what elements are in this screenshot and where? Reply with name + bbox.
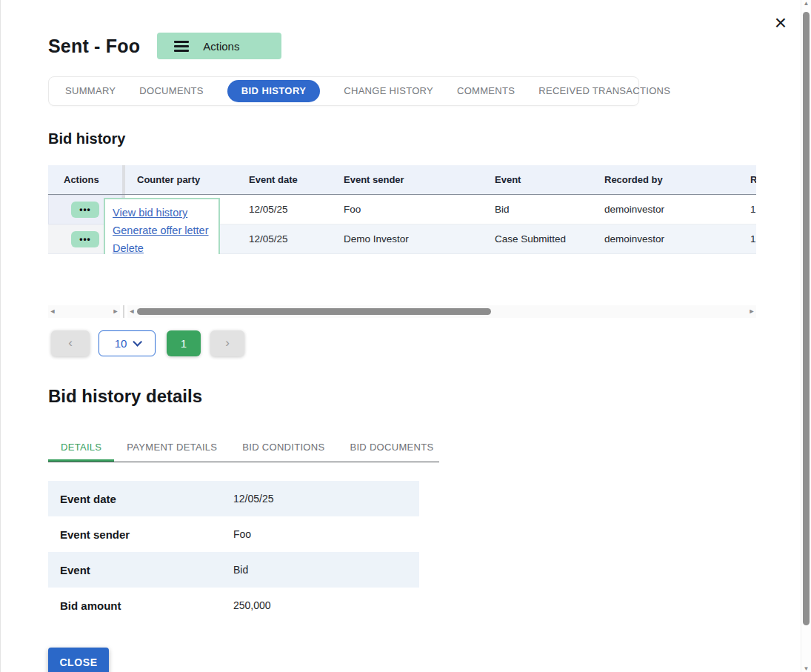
col-header-clipped: R [738, 174, 756, 185]
col-header-event-date: Event date [237, 174, 332, 185]
field-row-event-date: Event date 12/05/25 [48, 481, 419, 516]
cell-event-date: 12/05/25 [237, 195, 332, 224]
menu-item-view-bid-history[interactable]: View bid history [113, 204, 218, 222]
scroll-left-icon[interactable]: ◄ [48, 305, 57, 318]
scroll-right-icon[interactable]: ► [111, 305, 120, 318]
col-header-event-sender: Event sender [332, 174, 483, 185]
scroll-down-icon[interactable]: ▼ [801, 665, 811, 672]
cell-event-sender: Demo Investor [332, 224, 483, 254]
menu-item-delete[interactable]: Delete [113, 239, 218, 254]
table-header-row: Actions Counter party Event date Event s… [48, 165, 756, 195]
row-context-menu: View bid history Generate offer letter D… [104, 198, 220, 254]
field-value: Foo [233, 528, 419, 540]
field-label: Event [48, 564, 233, 576]
cell-clipped: 1 [738, 224, 756, 254]
page-size-value: 10 [115, 337, 127, 350]
menu-icon [174, 41, 189, 52]
row-actions-ellipsis-icon[interactable]: ••• [71, 202, 99, 218]
tab-comments[interactable]: COMMENTS [445, 76, 527, 106]
actions-button[interactable]: Actions [157, 33, 281, 59]
tab-details[interactable]: DETAILS [48, 435, 114, 462]
tab-change-history[interactable]: CHANGE HISTORY [332, 76, 445, 106]
tab-bid-history[interactable]: BID HISTORY [227, 80, 320, 102]
field-label: Bid amount [48, 599, 233, 612]
scroll-right-icon[interactable]: ► [747, 305, 756, 318]
bid-history-table: Actions Counter party Event date Event s… [48, 165, 756, 254]
main-tab-bar: SUMMARY DOCUMENTS BID HISTORY CHANGE HIS… [48, 76, 639, 106]
field-row-bid-amount: Bid amount 250,000 [48, 588, 419, 623]
cell-recorded-by: demoinvestor [593, 224, 738, 254]
col-header-counter-party: Counter party [125, 174, 237, 185]
cell-event: Case Submitted [483, 224, 593, 254]
field-value: Bid [233, 564, 419, 576]
field-row-event: Event Bid [48, 552, 419, 588]
chevron-down-icon [133, 337, 143, 347]
tab-summary[interactable]: SUMMARY [53, 76, 127, 106]
next-page-button[interactable]: › [210, 330, 244, 356]
actions-button-label: Actions [203, 40, 239, 53]
tab-bid-documents[interactable]: BID DOCUMENTS [337, 435, 446, 462]
details-tab-bar: DETAILS PAYMENT DETAILS BID CONDITIONS B… [48, 435, 439, 462]
chevron-right-icon: › [225, 336, 230, 350]
field-value: 12/05/25 [233, 493, 419, 505]
pagination: ‹ 10 1 › [48, 330, 801, 356]
scrollbar-thumb[interactable] [137, 308, 491, 315]
cell-clipped: 1 [738, 195, 756, 224]
scroll-left-icon[interactable]: ◄ [127, 305, 136, 318]
frozen-column-scrollbar[interactable]: ◄ ► [48, 305, 120, 318]
col-header-actions: Actions [48, 174, 122, 185]
scroll-up-icon[interactable]: ▲ [801, 0, 811, 7]
menu-item-generate-offer-letter[interactable]: Generate offer letter [113, 222, 218, 239]
field-row-event-sender: Event sender Foo [48, 516, 419, 552]
page-size-select[interactable]: 10 [99, 330, 156, 356]
scrollbar-divider [123, 305, 124, 318]
tab-payment-details[interactable]: PAYMENT DETAILS [114, 435, 230, 462]
page-title: Sent - Foo [48, 36, 140, 57]
scrollbar-thumb[interactable] [803, 12, 810, 625]
vertical-scrollbar[interactable]: ▲ ▼ [801, 0, 811, 672]
cell-recorded-by: demoinvestor [593, 195, 738, 224]
details-fields: Event date 12/05/25 Event sender Foo Eve… [48, 481, 419, 623]
table-horizontal-scrollbar[interactable]: ◄ ► [127, 305, 756, 318]
horizontal-scrollbars: ◄ ► ◄ ► [48, 305, 756, 318]
current-page-button[interactable]: 1 [167, 330, 201, 356]
col-header-event: Event [483, 174, 593, 185]
dialog-header: Sent - Foo Actions [48, 33, 801, 59]
bid-history-heading: Bid history [48, 130, 801, 147]
field-value: 250,000 [233, 599, 419, 611]
cell-event-date: 12/05/25 [237, 224, 332, 254]
bid-history-details-heading: Bid history details [48, 386, 801, 407]
field-label: Event sender [48, 528, 233, 541]
close-button[interactable]: CLOSE [48, 648, 109, 672]
previous-page-button[interactable]: ‹ [51, 330, 90, 356]
tab-bid-conditions[interactable]: BID CONDITIONS [230, 435, 337, 462]
row-actions-ellipsis-icon[interactable]: ••• [71, 231, 99, 247]
field-label: Event date [48, 493, 233, 505]
tab-received-transactions[interactable]: RECEIVED TRANSACTIONS [527, 76, 682, 106]
cell-event-sender: Foo [332, 195, 483, 224]
tab-documents[interactable]: DOCUMENTS [127, 76, 215, 106]
chevron-left-icon: ‹ [68, 336, 73, 350]
dialog-content: Sent - Foo Actions SUMMARY DOCUMENTS BID… [1, 0, 801, 672]
cell-event: Bid [483, 195, 593, 224]
col-header-recorded-by: Recorded by [593, 174, 738, 185]
